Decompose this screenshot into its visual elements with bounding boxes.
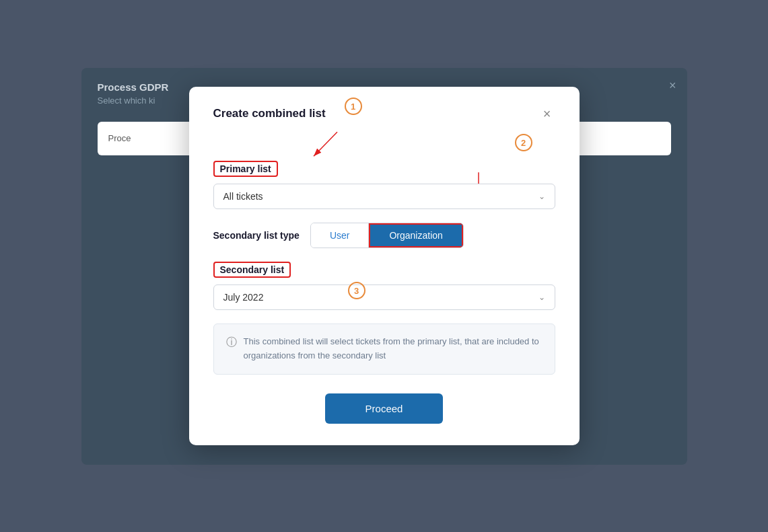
secondary-list-section: 3 Secondary list July 2022 ⌄ [213, 262, 555, 310]
background-close-button[interactable]: × [669, 79, 676, 93]
modal-dialog: Create combined list × 1 Primary list 2 … [189, 87, 580, 445]
secondary-list-value: July 2022 [223, 292, 264, 303]
secondary-type-label: Secondary list type [213, 230, 300, 241]
primary-list-label: Primary list [213, 161, 278, 177]
primary-list-section: Primary list 2 All tickets ⌄ [213, 161, 555, 209]
secondary-list-label: Secondary list [213, 262, 291, 278]
annotation-2-circle: 2 [515, 134, 532, 151]
proceed-button[interactable]: Proceed [325, 393, 444, 424]
user-toggle-button[interactable]: User [311, 223, 370, 248]
primary-list-value: All tickets [223, 191, 263, 202]
background-inner-text: Proce [108, 133, 131, 143]
organization-toggle-button[interactable]: Organization [369, 223, 462, 248]
annotation-1-container: 1 [213, 138, 555, 158]
secondary-type-toggle: User Organization [310, 223, 464, 248]
info-icon: ⓘ [226, 336, 237, 350]
modal-close-button[interactable]: × [539, 106, 555, 122]
secondary-list-chevron-icon: ⌄ [538, 293, 545, 302]
secondary-list-dropdown[interactable]: July 2022 ⌄ [213, 284, 555, 310]
background-panel: Process GDPR Select which ki × Proce [81, 68, 687, 465]
info-text: This combined list will select tickets f… [244, 335, 543, 363]
annotation-3-circle: 3 [348, 282, 365, 299]
modal-header: Create combined list × [213, 106, 555, 122]
primary-list-chevron-icon: ⌄ [538, 192, 545, 201]
annotation-1-circle: 1 [345, 98, 362, 115]
secondary-type-row: Secondary list type User Organization [213, 223, 555, 248]
info-box: ⓘ This combined list will select tickets… [213, 324, 555, 375]
primary-list-dropdown[interactable]: All tickets ⌄ [213, 184, 555, 209]
modal-title: Create combined list [213, 107, 326, 120]
